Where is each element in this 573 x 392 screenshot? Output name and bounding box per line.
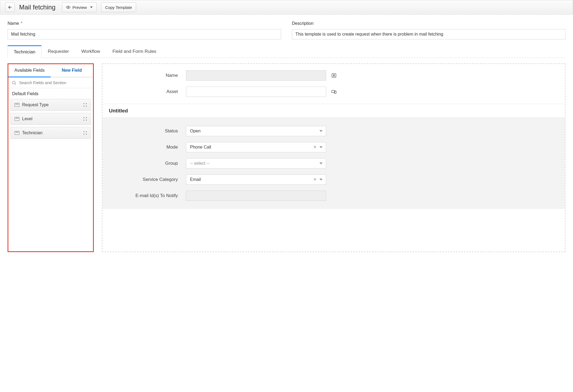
pick-user-button[interactable] (330, 72, 337, 79)
service-category-select[interactable]: Email ✕ (186, 174, 326, 185)
svg-point-2 (12, 81, 15, 84)
canvas-asset-input[interactable] (186, 87, 326, 97)
devices-icon (331, 89, 337, 94)
chevron-down-icon (319, 146, 323, 148)
field-type-icon (15, 131, 19, 135)
email-notify-label: E-mail Id(s) To Notify (111, 193, 186, 198)
pick-asset-button[interactable] (330, 88, 337, 95)
svg-point-5 (333, 74, 334, 75)
page-title: Mail fetching (19, 4, 56, 11)
search-icon (12, 80, 16, 85)
svg-point-1 (68, 7, 69, 8)
description-field-block: Description (292, 21, 565, 39)
field-level[interactable]: Level (11, 113, 91, 125)
svg-line-3 (15, 84, 16, 84)
main-tabs: Technician Requester Workflow Field and … (8, 45, 565, 58)
field-request-type[interactable]: Request Type (11, 99, 91, 111)
tab-field-form-rules[interactable]: Field and Form Rules (106, 45, 163, 58)
group-label: Group (111, 161, 186, 166)
field-type-icon (15, 103, 19, 107)
chevron-down-icon (319, 179, 323, 181)
field-technician[interactable]: Technician (11, 127, 91, 139)
canvas-asset-label: Asset (111, 89, 186, 94)
section-title: Untitled (102, 104, 565, 118)
status-select[interactable]: Open (186, 126, 326, 136)
clear-icon[interactable]: ✕ (313, 177, 317, 182)
preview-button[interactable]: Preview (62, 2, 97, 12)
required-star: * (21, 21, 22, 26)
default-fields-heading: Default Fields (8, 88, 93, 99)
status-label: Status (111, 128, 186, 134)
description-input[interactable] (292, 29, 565, 39)
group-select[interactable]: -- select -- (186, 158, 326, 169)
chevron-down-icon (319, 130, 323, 132)
mode-label: Mode (111, 145, 186, 150)
toolbar: Mail fetching Preview Copy Template (0, 0, 573, 15)
copy-template-button[interactable]: Copy Template (101, 2, 136, 12)
description-label: Description (292, 21, 565, 26)
form-canvas: Name Asset Untitled Status (102, 63, 565, 252)
chevron-down-icon (90, 6, 93, 8)
email-notify-input[interactable] (186, 191, 326, 201)
eye-icon (66, 5, 70, 9)
tab-technician[interactable]: Technician (8, 45, 42, 58)
field-search-input[interactable] (19, 80, 90, 85)
canvas-name-label: Name (111, 73, 186, 78)
chevron-down-icon (319, 163, 323, 164)
name-field-block: Name* (8, 21, 281, 39)
arrow-left-icon (8, 5, 12, 10)
side-tab-new-field[interactable]: New Field (51, 64, 93, 77)
drag-handle-icon[interactable] (84, 103, 87, 106)
fields-panel: Available Fields New Field Default Field… (8, 63, 94, 252)
name-input[interactable] (8, 29, 281, 39)
section-body: Status Open Mode Phone Call ✕ (102, 118, 565, 209)
copy-template-label: Copy Template (105, 5, 132, 10)
service-category-label: Service Category (111, 177, 186, 182)
tab-requester[interactable]: Requester (42, 45, 75, 58)
preview-label: Preview (73, 5, 87, 10)
user-card-icon (331, 73, 337, 78)
drag-handle-icon[interactable] (84, 131, 87, 135)
side-tab-available[interactable]: Available Fields (8, 64, 51, 77)
default-fields-list: Request Type Level Technician (8, 99, 93, 142)
name-label: Name* (8, 21, 281, 26)
drag-handle-icon[interactable] (84, 117, 87, 121)
field-search-row (8, 77, 93, 88)
back-button[interactable] (5, 2, 15, 12)
field-type-icon (15, 117, 19, 121)
canvas-name-input[interactable] (186, 70, 326, 81)
tab-workflow[interactable]: Workflow (75, 45, 106, 58)
mode-select[interactable]: Phone Call ✕ (186, 142, 326, 152)
clear-icon[interactable]: ✕ (313, 145, 317, 149)
